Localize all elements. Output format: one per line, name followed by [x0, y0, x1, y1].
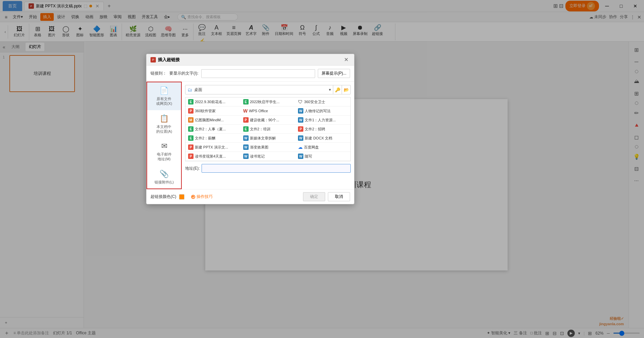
insert-hyperlink-dialog: P 插入超链接 ✕ 链接到： 要显示的文字(I): 屏幕提示(P)... 📄 原… — [146, 54, 354, 204]
nav-label-email: 电子邮件地址(M) — [157, 152, 172, 162]
file-item[interactable]: P建议收藏：90个... — [241, 116, 296, 125]
nav-item-original-file[interactable]: 📄 原有文件或网页(X) — [147, 82, 181, 110]
file-grid: E2022.9.30前花名... E2022秋启平学生... 🛡360安全卫士 … — [185, 97, 351, 161]
browse-computer-btn[interactable]: 🔑 — [333, 85, 342, 94]
ok-btn[interactable]: 确定 — [303, 192, 325, 201]
file-item[interactable]: W人物传记的写法 — [295, 107, 350, 116]
file-browser-panel: 🗂 桌面 ▾ 🔑 📂 E2022.9.30前花名... E2022秋启平学生..… — [182, 82, 354, 189]
file-item[interactable]: P读书变现第4天直... — [185, 152, 241, 161]
file-item[interactable]: E文件2：薪酬 — [185, 134, 241, 143]
location-bar: 🗂 桌面 ▾ 🔑 📂 — [185, 85, 351, 94]
file-item[interactable]: W文件1：人力资源... — [295, 116, 350, 125]
addr-input[interactable] — [202, 164, 351, 173]
nav-icon-email: ✉ — [161, 142, 167, 151]
file-item[interactable]: E文件2：人事（夏... — [185, 125, 241, 134]
file-item[interactable]: WWPS Office — [241, 107, 296, 116]
dialog-top: 链接到： 要显示的文字(I): 屏幕提示(P)... — [146, 66, 354, 82]
file-item[interactable]: P新建 PPTX 演示文... — [185, 143, 241, 152]
dialog-main-body: 📄 原有文件或网页(X) 📋 本文档中的位置(A) ✉ 电子邮件地址(M) 📎 … — [146, 82, 354, 189]
nav-icon-file: 📄 — [160, 86, 169, 95]
file-item[interactable]: 🛡360安全卫士 — [295, 97, 350, 107]
file-item[interactable]: E2022.9.30前花名... — [185, 97, 241, 107]
file-item[interactable]: W新建 DOCX 文档 — [295, 134, 350, 143]
nav-item-attachment[interactable]: 📎 链接附件(L) — [147, 166, 181, 188]
nav-label-attach: 链接附件(L) — [155, 180, 174, 184]
tooltip-btn[interactable]: 屏幕提示(P)... — [318, 69, 350, 78]
dialog-overlay: P 插入超链接 ✕ 链接到： 要显示的文字(I): 屏幕提示(P)... 📄 原… — [0, 0, 644, 338]
file-item[interactable]: W渐变效果图 — [241, 143, 296, 152]
nav-item-email[interactable]: ✉ 电子邮件地址(M) — [147, 138, 181, 166]
file-item[interactable]: P360软件管家 — [185, 107, 241, 116]
nav-label-original: 原有文件或网页(X) — [156, 96, 172, 106]
file-item[interactable]: W随写 — [295, 152, 350, 161]
file-item[interactable]: P文件2：招聘 — [295, 125, 350, 134]
file-item[interactable]: W读书笔记 — [241, 152, 296, 161]
dialog-footer: 超链接颜色(C) 操作技巧 确定 取消 — [146, 189, 354, 204]
folder-icon: 🗂 — [185, 87, 194, 92]
file-item[interactable]: W新媒体文章拆解 — [241, 134, 296, 143]
tips-radio-group: 操作技巧 — [191, 194, 213, 200]
color-swatch[interactable] — [179, 194, 184, 200]
dialog-title-bar: P 插入超链接 ✕ — [146, 54, 354, 66]
display-text-label: 要显示的文字(I): — [169, 71, 199, 76]
cancel-btn[interactable]: 取消 — [328, 192, 350, 201]
tips-label[interactable]: 操作技巧 — [197, 194, 213, 200]
dialog-title-text: 插入超链接 — [158, 57, 342, 63]
link-to-label: 链接到： — [151, 71, 167, 76]
file-item[interactable]: M亿图脑图MindM... — [185, 116, 241, 125]
nav-icon-attach: 📎 — [160, 170, 169, 178]
browse-folder-btn[interactable]: 📂 — [342, 85, 350, 94]
hyperlink-color-label: 超链接颜色(C) — [151, 194, 176, 200]
nav-item-in-doc[interactable]: 📋 本文档中的位置(A) — [147, 110, 181, 138]
nav-icon-doc: 📋 — [160, 114, 169, 123]
nav-label-in-doc: 本文档中的位置(A) — [156, 124, 172, 134]
display-text-input[interactable] — [201, 69, 315, 78]
location-dropdown[interactable]: ▾ — [327, 87, 333, 92]
file-item[interactable]: E2022秋启平学生... — [241, 97, 296, 107]
tips-radio[interactable] — [191, 195, 195, 199]
footer-btns: 确定 取消 — [303, 192, 350, 201]
file-item[interactable]: E文件2：培训 — [241, 125, 296, 134]
file-item[interactable]: ☁百度网盘 — [295, 143, 350, 152]
location-text: 桌面 — [194, 87, 327, 93]
addr-row: 地址(E): — [185, 164, 351, 173]
dialog-close-btn[interactable]: ✕ — [342, 56, 350, 64]
dialog-nav: 📄 原有文件或网页(X) 📋 本文档中的位置(A) ✉ 电子邮件地址(M) 📎 … — [146, 82, 182, 189]
dialog-title-icon: P — [151, 57, 156, 62]
addr-label: 地址(E): — [185, 166, 200, 171]
